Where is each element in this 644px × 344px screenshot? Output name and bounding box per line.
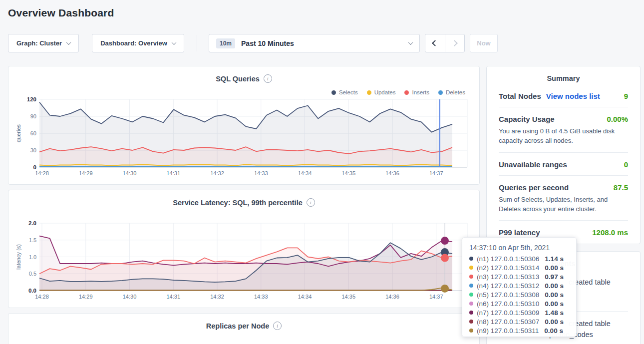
tooltip-row: (n7) 127.0.0.1:503091.48 s <box>469 308 569 317</box>
tooltip-node-value: 0.00 s <box>545 318 564 326</box>
tooltip-node-label: (n9) 127.0.0.1:50311 <box>477 327 539 335</box>
tooltip-timestamp: 14:37:10 on Apr 5th, 2021 <box>469 244 569 252</box>
crosshair-dot <box>441 254 449 262</box>
x-tick-label: 14:31 <box>166 294 180 300</box>
info-icon[interactable]: i <box>273 322 282 330</box>
node-color-dot <box>469 320 473 324</box>
sql-queries-panel: SQL Queries i SelectsUpdatesInsertsDelet… <box>8 66 480 185</box>
x-tick-label: 14:36 <box>385 294 399 300</box>
tooltip-row: (n1) 127.0.0.1:503061.14 s <box>469 254 569 263</box>
tooltip-row: (n4) 127.0.0.1:503120.00 s <box>469 281 569 290</box>
unavailable-ranges-row: Unavailable ranges 0 <box>499 152 628 175</box>
tooltip-node-value: 0.00 s <box>545 264 564 272</box>
dashboard-dropdown-label: Dashboard: Overview <box>100 39 167 47</box>
view-nodes-list-link[interactable]: View nodes list <box>546 92 600 100</box>
x-tick-label: 14:37 <box>429 170 443 176</box>
graph-dropdown[interactable]: Graph: Cluster <box>8 34 79 52</box>
x-tick-label: 14:28 <box>35 170 49 176</box>
time-next-button[interactable] <box>445 34 464 52</box>
y-tick-label: 1.5 <box>29 237 36 243</box>
x-tick-label: 14:33 <box>254 294 268 300</box>
y-tick-label: 1.0 <box>29 254 36 260</box>
x-tick-label: 14:37 <box>429 294 443 300</box>
service-latency-chart[interactable]: 0.00.51.01.52.014:2814:2914:3014:3114:32… <box>8 190 479 308</box>
tooltip-row: (n2) 127.0.0.1:503140.00 s <box>469 263 569 272</box>
x-tick-label: 14:33 <box>254 170 268 176</box>
tooltip-row: (n5) 127.0.0.1:503080.00 s <box>469 290 569 299</box>
chart-hover-tooltip: 14:37:10 on Apr 5th, 2021 (n1) 127.0.0.1… <box>462 237 577 337</box>
capacity-usage-value: 0.00% <box>607 115 628 123</box>
service-latency-panel: Service Latency: SQL, 99th percentile i … <box>8 190 480 308</box>
x-tick-label: 14:31 <box>166 170 180 176</box>
tooltip-node-label: (n1) 127.0.0.1:50306 <box>477 255 539 263</box>
y-tick-label: 0.0 <box>28 288 36 294</box>
x-tick-label: 14:34 <box>298 170 312 176</box>
page-title: Overview Dashboard <box>8 7 114 19</box>
time-now-button[interactable]: Now <box>470 34 498 52</box>
dashboard-dropdown[interactable]: Dashboard: Overview <box>92 34 184 52</box>
tooltip-row: (n9) 127.0.0.1:503110.00 s <box>469 326 569 335</box>
time-range-picker[interactable]: 10m Past 10 Minutes <box>209 34 420 52</box>
tooltip-row: (n3) 127.0.0.1:503130.97 s <box>469 272 569 281</box>
chevron-down-icon <box>171 40 176 45</box>
tooltip-node-label: (n7) 127.0.0.1:50309 <box>477 309 539 317</box>
y-tick-label: 90 <box>30 113 36 119</box>
node-color-dot <box>469 311 473 315</box>
time-range-badge: 10m <box>216 38 235 48</box>
replicas-per-node-panel: Replicas per Node i <box>8 313 480 344</box>
chevron-right-icon <box>452 40 458 46</box>
queries-per-second-value: 87.5 <box>614 183 628 192</box>
total-nodes-label: Total Nodes <box>499 92 541 100</box>
x-tick-label: 14:36 <box>385 170 399 176</box>
x-tick-label: 14:30 <box>123 170 137 176</box>
y-tick-label: 120 <box>27 96 36 102</box>
tooltip-node-value: 0.00 s <box>545 282 564 290</box>
tooltip-row: (n8) 127.0.0.1:503070.00 s <box>469 317 569 326</box>
x-tick-label: 14:32 <box>210 170 224 176</box>
time-nav-group <box>425 34 465 52</box>
capacity-usage-label: Capacity Usage <box>499 115 555 123</box>
chevron-down-icon <box>408 40 413 45</box>
p99-latency-label: P99 latency <box>499 228 540 237</box>
crosshair-dot <box>441 285 449 293</box>
y-axis-label: queries <box>15 124 21 142</box>
chevron-down-icon <box>66 40 71 45</box>
crosshair-dot <box>441 237 449 245</box>
total-nodes-row: Total Nodes View nodes list 9 <box>499 84 628 107</box>
summary-title: Summary <box>487 66 640 84</box>
tooltip-node-label: (n8) 127.0.0.1:50307 <box>477 318 539 326</box>
x-tick-label: 14:35 <box>341 170 355 176</box>
node-color-dot <box>469 266 473 270</box>
tooltip-node-value: 0.97 s <box>545 273 564 281</box>
tooltip-node-label: (n2) 127.0.0.1:50314 <box>477 264 539 272</box>
toolbar-divider <box>197 35 197 51</box>
sql-queries-chart[interactable]: 030609012014:2814:2914:3014:3114:3214:33… <box>8 66 479 184</box>
x-tick-label: 14:35 <box>341 294 355 300</box>
unavailable-ranges-value: 0 <box>624 160 628 169</box>
tooltip-node-label: (n5) 127.0.0.1:50308 <box>477 291 539 299</box>
chevron-left-icon <box>432 40 438 46</box>
tooltip-node-label: (n3) 127.0.0.1:50313 <box>477 273 539 281</box>
time-prev-button[interactable] <box>425 34 445 52</box>
x-tick-label: 14:30 <box>123 294 137 300</box>
tooltip-node-value: 0.00 s <box>545 291 564 299</box>
overview-dashboard-page: Overview Dashboard Graph: Cluster Dashbo… <box>0 0 644 344</box>
node-color-dot <box>469 302 473 306</box>
unavailable-ranges-label: Unavailable ranges <box>499 160 567 169</box>
queries-per-second-description: Sum of Selects, Updates, Inserts, and De… <box>499 195 628 221</box>
node-color-dot <box>469 284 473 288</box>
y-tick-label: 60 <box>30 130 36 136</box>
x-tick-label: 14:34 <box>298 294 312 300</box>
node-color-dot <box>469 293 473 297</box>
graph-dropdown-label: Graph: Cluster <box>16 39 62 47</box>
node-color-dot <box>469 329 473 333</box>
y-axis-label: latency (s) <box>15 244 21 270</box>
tooltip-node-value: 1.14 s <box>545 255 564 263</box>
x-tick-label: 14:29 <box>79 170 93 176</box>
capacity-usage-description: You are using 0 B of 4.5 GiB usable disk… <box>499 127 628 152</box>
tooltip-node-label: (n4) 127.0.0.1:50312 <box>477 282 539 290</box>
p99-latency-value: 1208.0 ms <box>592 228 628 237</box>
y-tick-label: 0 <box>33 164 36 170</box>
summary-panel: Summary Total Nodes View nodes list 9 Ca… <box>486 66 641 244</box>
replicas-per-node-title: Replicas per Node <box>206 322 270 330</box>
